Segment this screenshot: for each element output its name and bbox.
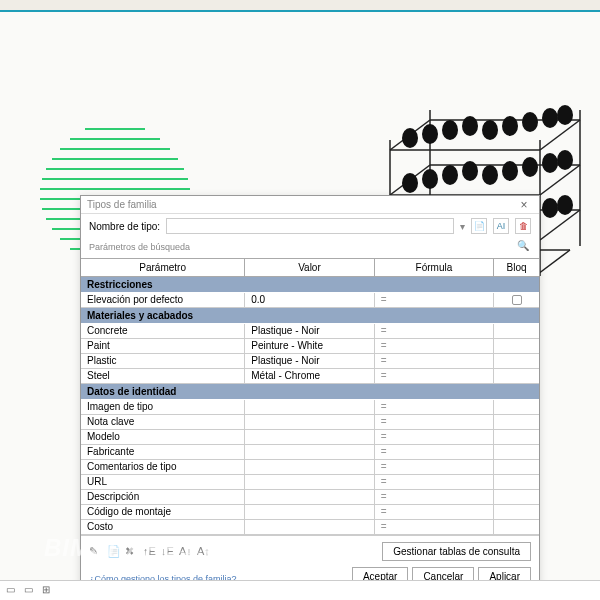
- header-formula[interactable]: Fórmula: [375, 259, 494, 276]
- cell-formula[interactable]: =: [375, 460, 494, 474]
- cell-lock[interactable]: [494, 475, 539, 489]
- cell-formula[interactable]: =: [375, 324, 494, 338]
- table-row[interactable]: URL=: [81, 475, 539, 490]
- table-row[interactable]: SteelMétal - Chrome=: [81, 369, 539, 384]
- cell-value[interactable]: [245, 445, 374, 459]
- table-row[interactable]: ConcretePlastique - Noir=: [81, 324, 539, 339]
- svg-point-37: [557, 150, 573, 170]
- table-row[interactable]: Código de montaje=: [81, 505, 539, 520]
- cell-param[interactable]: Steel: [81, 369, 245, 383]
- dialog-titlebar[interactable]: Tipos de familia ×: [81, 196, 539, 214]
- cell-param[interactable]: Plastic: [81, 354, 245, 368]
- cell-lock[interactable]: [494, 415, 539, 429]
- cell-value[interactable]: Plastique - Noir: [245, 354, 374, 368]
- cell-lock[interactable]: [494, 369, 539, 383]
- table-row[interactable]: Modelo=: [81, 430, 539, 445]
- cell-param[interactable]: Comentarios de tipo: [81, 460, 245, 474]
- cell-param[interactable]: Costo: [81, 520, 245, 534]
- cell-param[interactable]: Imagen de tipo: [81, 400, 245, 414]
- status-icon-3[interactable]: ⊞: [42, 584, 56, 598]
- cell-lock[interactable]: [494, 293, 539, 307]
- status-bar: ▭ ▭ ⊞: [0, 580, 600, 600]
- status-icon-1[interactable]: ▭: [6, 584, 20, 598]
- table-row[interactable]: Costo=: [81, 520, 539, 535]
- svg-point-23: [462, 116, 478, 136]
- cell-value[interactable]: [245, 505, 374, 519]
- cell-param[interactable]: URL: [81, 475, 245, 489]
- new-type-icon[interactable]: 📄: [471, 218, 487, 234]
- search-label: Parámetros de búsqueda: [89, 242, 517, 252]
- cell-value[interactable]: [245, 460, 374, 474]
- group-header[interactable]: Materiales y acabados: [81, 308, 539, 324]
- header-param[interactable]: Parámetro: [81, 259, 245, 276]
- cell-value[interactable]: [245, 490, 374, 504]
- cell-formula[interactable]: =: [375, 445, 494, 459]
- cell-value[interactable]: [245, 475, 374, 489]
- cell-formula[interactable]: =: [375, 415, 494, 429]
- table-row[interactable]: Descripción=: [81, 490, 539, 505]
- cell-param[interactable]: Fabricante: [81, 445, 245, 459]
- cell-value[interactable]: Plastique - Noir: [245, 324, 374, 338]
- cell-lock[interactable]: [494, 430, 539, 444]
- type-name-input[interactable]: [166, 218, 454, 234]
- header-valor[interactable]: Valor: [245, 259, 374, 276]
- svg-point-46: [557, 195, 573, 215]
- rename-type-icon[interactable]: AI: [493, 218, 509, 234]
- cell-value[interactable]: Peinture - White: [245, 339, 374, 353]
- search-icon[interactable]: 🔍: [517, 240, 531, 254]
- cell-lock[interactable]: [494, 400, 539, 414]
- cell-param[interactable]: Nota clave: [81, 415, 245, 429]
- svg-point-26: [522, 112, 538, 132]
- cell-param[interactable]: Descripción: [81, 490, 245, 504]
- cell-formula[interactable]: =: [375, 505, 494, 519]
- cell-value[interactable]: [245, 430, 374, 444]
- cell-formula[interactable]: =: [375, 430, 494, 444]
- table-row[interactable]: Nota clave=: [81, 415, 539, 430]
- cell-param[interactable]: Código de montaje: [81, 505, 245, 519]
- cell-value[interactable]: [245, 415, 374, 429]
- cell-lock[interactable]: [494, 354, 539, 368]
- dialog-title-text: Tipos de familia: [87, 199, 515, 210]
- cell-formula[interactable]: =: [375, 339, 494, 353]
- cell-param[interactable]: Elevación por defecto: [81, 293, 245, 307]
- status-icon-2[interactable]: ▭: [24, 584, 38, 598]
- cell-lock[interactable]: [494, 339, 539, 353]
- table-row[interactable]: Fabricante=: [81, 445, 539, 460]
- cell-param[interactable]: Concrete: [81, 324, 245, 338]
- svg-point-25: [502, 116, 518, 136]
- cell-value[interactable]: [245, 520, 374, 534]
- svg-point-22: [442, 120, 458, 140]
- cell-lock[interactable]: [494, 460, 539, 474]
- close-icon[interactable]: ×: [515, 198, 533, 212]
- cell-value[interactable]: [245, 400, 374, 414]
- cell-value[interactable]: Métal - Chrome: [245, 369, 374, 383]
- cell-param[interactable]: Paint: [81, 339, 245, 353]
- table-row[interactable]: Elevación por defecto0.0=: [81, 293, 539, 308]
- dropdown-icon[interactable]: ▾: [460, 221, 465, 232]
- cell-formula[interactable]: =: [375, 293, 494, 307]
- cell-formula[interactable]: =: [375, 490, 494, 504]
- cell-value[interactable]: 0.0: [245, 293, 374, 307]
- cell-lock[interactable]: [494, 490, 539, 504]
- cell-formula[interactable]: =: [375, 520, 494, 534]
- cell-lock[interactable]: [494, 445, 539, 459]
- svg-point-32: [462, 161, 478, 181]
- manage-lookup-button[interactable]: Gestionar tablas de consulta: [382, 542, 531, 561]
- cell-formula[interactable]: =: [375, 400, 494, 414]
- group-header[interactable]: Restricciones: [81, 277, 539, 293]
- lock-checkbox[interactable]: [512, 295, 522, 305]
- cell-param[interactable]: Modelo: [81, 430, 245, 444]
- group-header[interactable]: Datos de identidad: [81, 384, 539, 400]
- table-row[interactable]: Comentarios de tipo=: [81, 460, 539, 475]
- delete-type-icon[interactable]: 🗑: [515, 218, 531, 234]
- cell-formula[interactable]: =: [375, 354, 494, 368]
- header-bloq[interactable]: Bloq: [494, 259, 539, 276]
- cell-lock[interactable]: [494, 505, 539, 519]
- cell-formula[interactable]: =: [375, 475, 494, 489]
- table-row[interactable]: Imagen de tipo=: [81, 400, 539, 415]
- cell-lock[interactable]: [494, 324, 539, 338]
- table-row[interactable]: PaintPeinture - White=: [81, 339, 539, 354]
- cell-formula[interactable]: =: [375, 369, 494, 383]
- cell-lock[interactable]: [494, 520, 539, 534]
- table-row[interactable]: PlasticPlastique - Noir=: [81, 354, 539, 369]
